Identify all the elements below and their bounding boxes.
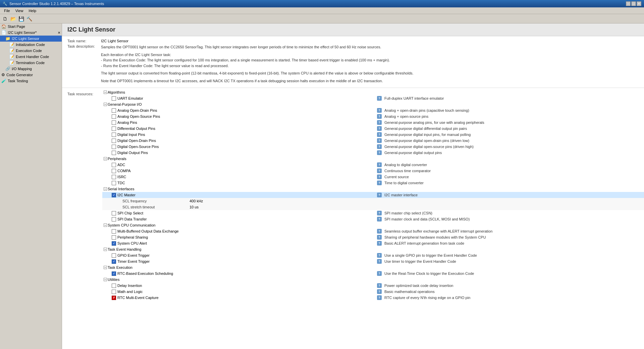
analog-pins-checkbox[interactable] <box>112 120 116 125</box>
item-digital-input-pins[interactable]: Digital Input Pins ? General-purpose dig… <box>102 132 644 138</box>
item-i2c-master[interactable]: I2C Master ? I2C master interface <box>102 192 644 198</box>
timer-event-checkbox[interactable] <box>112 259 116 264</box>
rtc-exec-checkbox[interactable] <box>112 271 116 276</box>
sidebar-item-event-handler-code[interactable]: 📝 Event Handler Code <box>0 54 62 60</box>
item-spi-chip-select[interactable]: SPI Chip Select ? SPI master chip select… <box>102 210 644 216</box>
expand-task-exec[interactable]: – <box>104 266 107 269</box>
delay-ins-checkbox[interactable] <box>112 284 116 288</box>
rtc-multi-help[interactable]: ? <box>377 295 382 300</box>
sidebar-item-init-code[interactable]: 📝 Initialization Code <box>0 42 62 48</box>
section-task-exec[interactable]: – Task Execution <box>102 264 644 270</box>
math-logic-help[interactable]: ? <box>377 289 382 294</box>
menu-view[interactable]: View <box>13 8 26 13</box>
item-digital-output-pins[interactable]: Digital Output Pins ? General-purpose di… <box>102 150 644 156</box>
diff-output-help[interactable]: ? <box>377 126 382 131</box>
expand-serial[interactable]: – <box>104 187 107 191</box>
syscpu-alert-checkbox[interactable] <box>112 241 116 246</box>
analog-od-checkbox[interactable] <box>112 108 116 113</box>
section-gpio[interactable]: – General-Purpose I/O <box>102 101 644 107</box>
sidebar-item-start-page[interactable]: 🏠 Start Page <box>0 23 62 30</box>
timer-event-help[interactable]: ? <box>377 259 382 264</box>
adc-checkbox[interactable] <box>112 163 116 167</box>
isrc-help[interactable]: ? <box>377 174 382 179</box>
digital-output-checkbox[interactable] <box>112 151 116 155</box>
analog-od-help[interactable]: ? <box>377 108 382 113</box>
item-digital-od-pins[interactable]: Digital Open-Drain Pins ? General-purpos… <box>102 138 644 144</box>
digital-os-checkbox[interactable] <box>112 145 116 149</box>
close-tab-button[interactable]: ✕ <box>58 31 60 35</box>
item-analog-od-pins[interactable]: Analog Open-Drain Pins ? Analog + open-d… <box>102 107 644 113</box>
delay-ins-help[interactable]: ? <box>377 283 382 288</box>
section-syscpu[interactable]: – System CPU Communication <box>102 222 644 228</box>
digital-input-checkbox[interactable] <box>112 133 116 137</box>
math-logic-checkbox[interactable] <box>112 290 116 294</box>
item-analog-os-pins[interactable]: Analog Open-Source Pins ? Analog + open-… <box>102 113 644 119</box>
periph-share-help[interactable]: ? <box>377 235 382 240</box>
item-math-logic[interactable]: Math and Logic ? Basic mathematical oper… <box>102 289 644 295</box>
item-tdc[interactable]: TDC ? Time to digital converter <box>102 180 644 186</box>
section-algorithms[interactable]: – Algorithms <box>102 89 644 95</box>
item-digital-os-pins[interactable]: Digital Open-Source Pins ? General-purpo… <box>102 144 644 150</box>
tdc-checkbox[interactable] <box>112 181 116 185</box>
analog-os-checkbox[interactable] <box>112 114 116 119</box>
sidebar-item-term-code[interactable]: 📝 Termination Code <box>0 60 62 66</box>
minimize-button[interactable]: – <box>626 1 631 6</box>
menu-help[interactable]: Help <box>26 8 39 13</box>
menu-file[interactable]: File <box>1 8 13 13</box>
expand-peripherals[interactable]: – <box>104 157 107 160</box>
spi-cs-help[interactable]: ? <box>377 211 382 215</box>
expand-algorithms[interactable]: – <box>104 91 107 94</box>
item-multi-buffered[interactable]: Multi-Buffered Output Data Exchange ? Se… <box>102 228 644 234</box>
expand-utilities[interactable]: – <box>104 278 107 281</box>
maximize-button[interactable]: □ <box>631 1 636 6</box>
syscpu-alert-help[interactable]: ? <box>377 241 382 246</box>
uart-emulator-checkbox[interactable] <box>112 96 116 101</box>
gpio-event-checkbox[interactable] <box>112 253 116 258</box>
sidebar-item-i2c-light-sensor[interactable]: 📄 I2C Light Sensor* ✕ <box>0 30 62 36</box>
section-task-event[interactable]: – Task Event Handling <box>102 246 644 252</box>
i2c-master-checkbox[interactable] <box>112 193 116 197</box>
periph-share-checkbox[interactable] <box>112 235 116 240</box>
titlebar-controls[interactable]: – □ ✕ <box>626 1 641 6</box>
close-button[interactable]: ✕ <box>637 1 641 6</box>
item-rtc-multi-event[interactable]: RTC Multi-Event Capture ? RTC capture of… <box>102 295 644 301</box>
multi-buf-checkbox[interactable] <box>112 229 116 234</box>
sidebar-item-exec-code[interactable]: 📝 Execution Code <box>0 48 62 54</box>
section-peripherals[interactable]: – Peripherals <box>102 156 644 162</box>
sidebar-item-task-testing[interactable]: 🧪 Task Testing <box>0 78 62 84</box>
item-spi-data-transfer[interactable]: SPI Data Transfer ? SPI master clock and… <box>102 216 644 222</box>
item-delay-insertion[interactable]: Delay Insertion ? Power optimized task c… <box>102 283 644 289</box>
item-compa[interactable]: COMPA ? Continuous time comparator <box>102 168 644 174</box>
spi-dt-help[interactable]: ? <box>377 217 382 221</box>
rtc-multi-checkbox[interactable] <box>112 296 116 300</box>
i2c-master-help[interactable]: ? <box>377 193 382 197</box>
spi-cs-checkbox[interactable] <box>112 211 116 215</box>
digital-os-help[interactable]: ? <box>377 144 382 149</box>
item-peripheral-sharing[interactable]: Peripheral Sharing ? Sharing of peripher… <box>102 234 644 240</box>
item-isrc[interactable]: ISRC ? Current source <box>102 174 644 180</box>
toolbar-open-button[interactable]: 📂 <box>9 15 17 22</box>
analog-pins-help[interactable]: ? <box>377 120 382 125</box>
section-utilities[interactable]: – Utilities <box>102 277 644 283</box>
item-timer-event-trigger[interactable]: Timer Event Trigger ? Use timer to trigg… <box>102 258 644 264</box>
diff-output-checkbox[interactable] <box>112 127 116 131</box>
section-serial[interactable]: – Serial Interfaces <box>102 186 644 192</box>
digital-od-help[interactable]: ? <box>377 138 382 143</box>
rtc-exec-help[interactable]: ? <box>377 271 382 276</box>
toolbar-new-button[interactable]: 🗋 <box>1 15 9 22</box>
item-adc[interactable]: ADC ? Analog to digital converter <box>102 162 644 168</box>
digital-input-help[interactable]: ? <box>377 132 382 137</box>
item-uart-emulator[interactable]: UART Emulator ? Full-duplex UART interfa… <box>102 95 644 101</box>
sidebar-item-io-mapping[interactable]: 🔗 I/O Mapping <box>0 66 62 72</box>
toolbar-build-button[interactable]: 🔨 <box>25 15 33 22</box>
analog-os-help[interactable]: ? <box>377 114 382 119</box>
item-rtc-exec[interactable]: RTC-Based Execution Scheduling ? Use the… <box>102 270 644 277</box>
toolbar-save-button[interactable]: 💾 <box>17 15 25 22</box>
adc-help[interactable]: ? <box>377 162 382 167</box>
multi-buf-help[interactable]: ? <box>377 229 382 234</box>
expand-syscpu[interactable]: – <box>104 223 107 227</box>
digital-output-help[interactable]: ? <box>377 150 382 155</box>
compa-checkbox[interactable] <box>112 169 116 173</box>
uart-emulator-help[interactable]: ? <box>377 96 382 101</box>
tdc-help[interactable]: ? <box>377 181 382 185</box>
